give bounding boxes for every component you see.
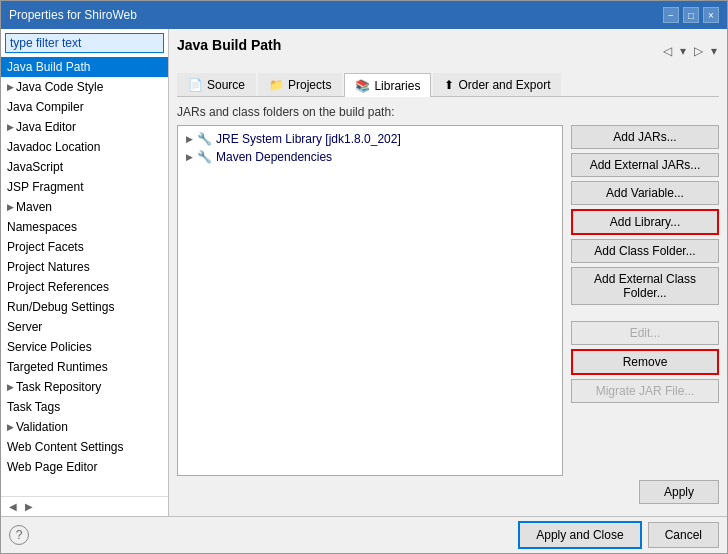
sidebar-item-service-policies[interactable]: Service Policies [1, 337, 168, 357]
sidebar-item-label: Web Page Editor [7, 460, 98, 474]
sidebar-item-validation[interactable]: ▶Validation [1, 417, 168, 437]
add-library-button[interactable]: Add Library... [571, 209, 719, 235]
apply-close-button[interactable]: Apply and Close [518, 521, 641, 549]
sidebar-item-label: Project References [7, 280, 109, 294]
sidebar-item-label: Maven [16, 200, 52, 214]
build-path-content: ▶🔧JRE System Library [jdk1.8.0_202]▶🔧Mav… [177, 125, 719, 476]
expand-arrow: ▶ [7, 202, 14, 212]
sidebar-item-task-repository[interactable]: ▶Task Repository [1, 377, 168, 397]
title-bar: Properties for ShiroWeb − □ × [1, 1, 727, 29]
add-external-jars-button[interactable]: Add External JARs... [571, 153, 719, 177]
button-spacer [571, 309, 719, 317]
sidebar-item-maven[interactable]: ▶Maven [1, 197, 168, 217]
sidebar-item-targeted-runtimes[interactable]: Targeted Runtimes [1, 357, 168, 377]
tab-order-export[interactable]: ⬆Order and Export [433, 73, 561, 96]
footer: ? Apply and Close Cancel [1, 516, 727, 553]
sidebar-item-label: Run/Debug Settings [7, 300, 114, 314]
nav-arrows: ◁ ▾ ▷ ▾ [661, 42, 719, 60]
add-jars-button[interactable]: Add JARs... [571, 125, 719, 149]
sidebar-item-server[interactable]: Server [1, 317, 168, 337]
add-class-folder-button[interactable]: Add Class Folder... [571, 239, 719, 263]
main-content: Java Build Path▶Java Code StyleJava Comp… [1, 29, 727, 516]
sidebar-item-label: Java Editor [16, 120, 76, 134]
sidebar-item-label: Java Compiler [7, 100, 84, 114]
tree-item-jre-system[interactable]: ▶🔧JRE System Library [jdk1.8.0_202] [182, 130, 558, 148]
sidebar-item-javadoc-location[interactable]: Javadoc Location [1, 137, 168, 157]
tree-expand-arrow: ▶ [186, 134, 193, 144]
expand-arrow: ▶ [7, 82, 14, 92]
buttons-panel: Add JARs...Add External JARs...Add Varia… [571, 125, 719, 476]
tab-label-order-export: Order and Export [458, 78, 550, 92]
scroll-left-arrow[interactable]: ◀ [5, 501, 21, 512]
main-panel: Java Build Path ◁ ▾ ▷ ▾ 📄Source📁Projects… [169, 29, 727, 516]
apply-button[interactable]: Apply [639, 480, 719, 504]
sidebar-item-project-facets[interactable]: Project Facets [1, 237, 168, 257]
sidebar-item-label: Task Tags [7, 400, 60, 414]
tab-source[interactable]: 📄Source [177, 73, 256, 96]
migrate-jar-button[interactable]: Migrate JAR File... [571, 379, 719, 403]
sidebar-item-project-references[interactable]: Project References [1, 277, 168, 297]
minimize-button[interactable]: − [663, 7, 679, 23]
sidebar-item-label: Server [7, 320, 42, 334]
expand-arrow: ▶ [7, 422, 14, 432]
tab-libraries[interactable]: 📚Libraries [344, 73, 431, 97]
tabs: 📄Source📁Projects📚Libraries⬆Order and Exp… [177, 73, 719, 97]
sidebar-item-task-tags[interactable]: Task Tags [1, 397, 168, 417]
sidebar-item-label: Project Natures [7, 260, 90, 274]
edit-button[interactable]: Edit... [571, 321, 719, 345]
sidebar-item-label: Task Repository [16, 380, 101, 394]
back-arrow-dropdown[interactable]: ▾ [678, 42, 688, 60]
back-arrow[interactable]: ◁ [661, 42, 674, 60]
projects-tab-icon: 📁 [269, 78, 284, 92]
order-export-tab-icon: ⬆ [444, 78, 454, 92]
tab-label-libraries: Libraries [374, 79, 420, 93]
tree-item-icon: 🔧 [197, 150, 212, 164]
sidebar-item-label: JSP Fragment [7, 180, 83, 194]
sidebar-item-run-debug-settings[interactable]: Run/Debug Settings [1, 297, 168, 317]
remove-button[interactable]: Remove [571, 349, 719, 375]
sidebar-item-javascript[interactable]: JavaScript [1, 157, 168, 177]
cancel-button[interactable]: Cancel [648, 522, 719, 548]
maximize-button[interactable]: □ [683, 7, 699, 23]
sidebar-item-jsp-fragment[interactable]: JSP Fragment [1, 177, 168, 197]
help-icon[interactable]: ? [9, 525, 29, 545]
panel-title: Java Build Path [177, 37, 281, 57]
tab-projects[interactable]: 📁Projects [258, 73, 342, 96]
sidebar-item-label: Service Policies [7, 340, 92, 354]
sidebar-item-label: Targeted Runtimes [7, 360, 108, 374]
sidebar-item-label: Validation [16, 420, 68, 434]
tree-item-label: Maven Dependencies [216, 150, 332, 164]
forward-arrow-dropdown[interactable]: ▾ [709, 42, 719, 60]
tree-item-icon: 🔧 [197, 132, 212, 146]
tree-panel[interactable]: ▶🔧JRE System Library [jdk1.8.0_202]▶🔧Mav… [177, 125, 563, 476]
sidebar-item-label: Javadoc Location [7, 140, 100, 154]
sidebar-item-web-content-settings[interactable]: Web Content Settings [1, 437, 168, 457]
apply-row: Apply [177, 476, 719, 508]
sidebar-item-project-natures[interactable]: Project Natures [1, 257, 168, 277]
tab-label-projects: Projects [288, 78, 331, 92]
title-bar-buttons: − □ × [663, 7, 719, 23]
sidebar-item-namespaces[interactable]: Namespaces [1, 217, 168, 237]
dialog-title: Properties for ShiroWeb [9, 8, 137, 22]
add-variable-button[interactable]: Add Variable... [571, 181, 719, 205]
tree-item-maven-dependencies[interactable]: ▶🔧Maven Dependencies [182, 148, 558, 166]
close-button[interactable]: × [703, 7, 719, 23]
sidebar-item-java-code-style[interactable]: ▶Java Code Style [1, 77, 168, 97]
sidebar: Java Build Path▶Java Code StyleJava Comp… [1, 29, 169, 516]
sidebar-list: Java Build Path▶Java Code StyleJava Comp… [1, 57, 168, 477]
panel-header: Java Build Path ◁ ▾ ▷ ▾ [177, 37, 719, 65]
sidebar-item-label: Java Code Style [16, 80, 103, 94]
sidebar-item-java-build-path[interactable]: Java Build Path [1, 57, 168, 77]
filter-input[interactable] [5, 33, 164, 53]
sidebar-item-java-editor[interactable]: ▶Java Editor [1, 117, 168, 137]
add-external-class-folder-button[interactable]: Add External Class Folder... [571, 267, 719, 305]
sidebar-item-web-page-editor[interactable]: Web Page Editor [1, 457, 168, 477]
sidebar-item-java-compiler[interactable]: Java Compiler [1, 97, 168, 117]
sidebar-item-label: Java Build Path [7, 60, 90, 74]
libraries-tab-icon: 📚 [355, 79, 370, 93]
tree-description: JARs and class folders on the build path… [177, 105, 719, 119]
tab-label-source: Source [207, 78, 245, 92]
forward-arrow[interactable]: ▷ [692, 42, 705, 60]
scroll-right-arrow[interactable]: ▶ [21, 501, 37, 512]
sidebar-item-label: Namespaces [7, 220, 77, 234]
